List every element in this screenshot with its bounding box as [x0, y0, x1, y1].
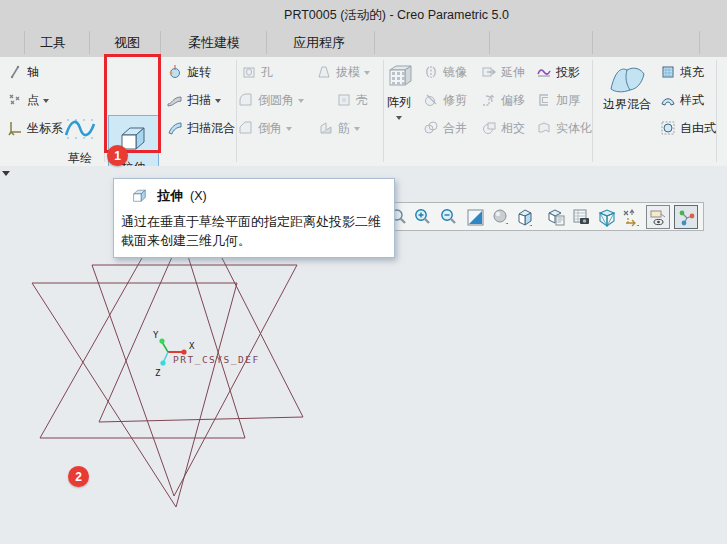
- chevron-down-icon: [396, 116, 402, 123]
- round-button: 倒圆角: [238, 90, 304, 110]
- point-button[interactable]: 点: [7, 90, 49, 110]
- tab-separator: [24, 31, 25, 54]
- draft-button: 拔模: [316, 62, 370, 82]
- draft-icon: [316, 64, 332, 80]
- intersect-button: 相交: [481, 118, 525, 138]
- swept-blend-button[interactable]: 扫描混合: [167, 118, 235, 138]
- chevron-down-icon: [298, 99, 304, 106]
- intersect-icon: [481, 120, 497, 136]
- repaint-button[interactable]: [465, 207, 486, 228]
- creo-window: PRT0005 (活动的) - Creo Parametric 5.0 工具 视…: [0, 0, 727, 544]
- chamfer-button: 倒角: [238, 118, 292, 138]
- ribbon-tab-bar: 工具 视图 柔性建模 应用程序: [0, 28, 727, 57]
- csys-button[interactable]: 坐标系: [7, 118, 63, 138]
- solidify-icon: [536, 120, 552, 136]
- group-separator: [592, 60, 593, 162]
- shading-style-button[interactable]: [490, 207, 511, 228]
- merge-icon: [423, 120, 439, 136]
- swept-blend-icon: [167, 120, 183, 136]
- revolve-icon: [167, 64, 183, 80]
- shell-button: 壳: [336, 90, 368, 110]
- axis-label-z: Z: [155, 368, 161, 378]
- extend-icon: [481, 64, 497, 80]
- highlight-rectangle: [104, 54, 161, 153]
- hole-icon: [241, 64, 257, 80]
- revolve-button[interactable]: 旋转: [167, 62, 211, 82]
- offset-icon: [481, 92, 497, 108]
- tooltip-title: 拉伸: [157, 187, 183, 205]
- axis-label-x: X: [189, 341, 195, 351]
- window-title: PRT0005 (活动的) - Creo Parametric 5.0: [0, 7, 727, 24]
- zoom-in-button[interactable]: [412, 207, 433, 228]
- datum-display-button[interactable]: [620, 207, 641, 228]
- tab-separator: [89, 31, 90, 54]
- tab-separator: [489, 31, 490, 54]
- hole-button: 孔: [241, 62, 273, 82]
- chevron-down-icon: [354, 127, 360, 134]
- chevron-down-icon: [286, 127, 292, 134]
- sweep-icon: [167, 92, 183, 108]
- annotation-display-button[interactable]: [646, 205, 670, 229]
- trim-button: 修剪: [423, 90, 467, 110]
- csys-label: PRT_CSYS_DEF: [173, 354, 260, 365]
- point-icon: [7, 92, 23, 108]
- project-button[interactable]: 投影: [536, 62, 580, 82]
- perspective-button[interactable]: [596, 207, 617, 228]
- tooltip-shortcut: (X): [190, 189, 207, 203]
- spin-center-button[interactable]: [674, 205, 698, 229]
- extrude-icon: [130, 187, 150, 205]
- callout-badge-2: 2: [68, 466, 89, 487]
- project-icon: [536, 64, 552, 80]
- extrude-tooltip: 拉伸 (X) 通过在垂直于草绘平面的指定距离处投影二维截面来创建三维几何。: [113, 178, 395, 258]
- merge-button: 合并: [423, 118, 467, 138]
- round-icon: [238, 92, 254, 108]
- tab-separator: [699, 31, 700, 54]
- graphics-area[interactable]: Y X Z PRT_CSYS_DEF: [0, 166, 727, 544]
- sketch-button[interactable]: 草绘: [58, 115, 102, 167]
- group-separator: [236, 60, 237, 162]
- style-icon: [660, 92, 676, 108]
- offset-button: 偏移: [481, 90, 525, 110]
- tab-separator: [592, 31, 593, 54]
- tab-separator: [160, 31, 161, 54]
- saved-views-button[interactable]: [546, 207, 567, 228]
- chevron-down-icon: [43, 99, 49, 106]
- freestyle-icon: [660, 120, 676, 136]
- rib-button: 筋: [318, 118, 360, 138]
- view-manager-button[interactable]: [571, 207, 592, 228]
- callout-badge-1: 1: [107, 145, 128, 166]
- tab-separator: [266, 31, 267, 54]
- fill-button[interactable]: 填充: [660, 62, 704, 82]
- trim-icon: [423, 92, 439, 108]
- title-bar: PRT0005 (活动的) - Creo Parametric 5.0: [0, 0, 727, 28]
- style-button[interactable]: 样式: [660, 90, 704, 110]
- display-style-button[interactable]: [514, 207, 535, 228]
- tab-flexible-modeling[interactable]: 柔性建模: [164, 28, 264, 57]
- boundary-blend-icon: [607, 63, 647, 93]
- sweep-button[interactable]: 扫描: [167, 90, 221, 110]
- extend-button: 延伸: [481, 62, 525, 82]
- shell-icon: [336, 92, 352, 108]
- tab-tools[interactable]: 工具: [26, 28, 80, 57]
- axis-label-y: Y: [153, 330, 159, 340]
- axis-icon: [7, 64, 23, 80]
- pattern-button[interactable]: 阵列: [380, 63, 418, 123]
- sketch-icon: [63, 115, 97, 147]
- boundary-blend-button[interactable]: 边界混合: [597, 63, 657, 113]
- chamfer-icon: [238, 120, 254, 136]
- chevron-down-icon: [215, 99, 221, 106]
- freestyle-button[interactable]: 自由式: [660, 118, 716, 138]
- solidify-button: 实体化: [536, 118, 592, 138]
- tooltip-body: 通过在垂直于草绘平面的指定距离处投影二维截面来创建三维几何。: [120, 212, 388, 250]
- mirror-button: 镜像: [423, 62, 467, 82]
- thicken-icon: [536, 92, 552, 108]
- tab-view[interactable]: 视图: [98, 28, 156, 57]
- group-separator: [716, 60, 717, 162]
- tab-applications[interactable]: 应用程序: [272, 28, 366, 57]
- tab-separator: [374, 31, 375, 54]
- axis-button[interactable]: 轴: [7, 62, 39, 82]
- zoom-out-button[interactable]: [438, 207, 459, 228]
- chevron-down-icon: [364, 71, 370, 78]
- pattern-icon: [385, 63, 413, 91]
- graphics-toolbar: [383, 202, 704, 231]
